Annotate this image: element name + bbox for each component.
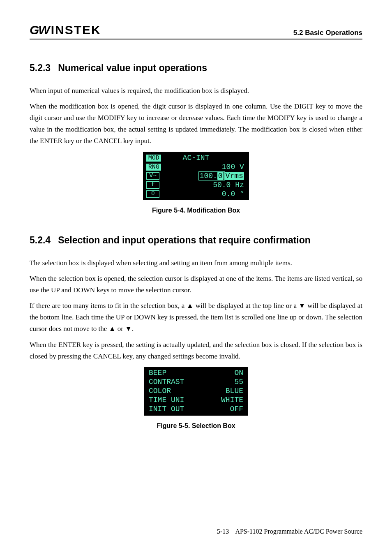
sel-label-beep: BEEP <box>149 369 166 378</box>
lcd-unit-vrms: Vrms <box>225 172 244 180</box>
sel-label-contrast: CONTRAST <box>149 378 184 387</box>
sel-label-initout: INIT OUT <box>149 405 184 414</box>
figure-5-4-caption: Figure 5-4. Modification Box <box>30 207 362 214</box>
figure-5-5: BEEPON CONTRAST55 COLORBLUE TIME UNIWHIT… <box>30 367 362 430</box>
heading-524-num: 5.2.4 <box>30 235 51 246</box>
sel-value-contrast: 55 <box>234 378 243 387</box>
sel-value-initout: OFF <box>230 405 243 414</box>
header-section-label: 5.2 Basic Operations <box>293 29 362 37</box>
para-523-1: When input of numerical values is requir… <box>30 85 362 97</box>
page-header: GW INSTEK 5.2 Basic Operations <box>30 23 362 39</box>
figure-5-5-caption: Figure 5-5. Selection Box <box>30 422 362 430</box>
brand-logo: GW INSTEK <box>30 23 101 37</box>
lcd-val-theta: 0.0 ° <box>163 190 244 199</box>
para-524-3: If there are too many items to fit in th… <box>30 300 362 335</box>
sel-label-timeuni: TIME UNI <box>149 396 184 405</box>
heading-523-title: Numerical value input operations <box>58 62 207 74</box>
triangle-up-icon <box>109 325 116 333</box>
triangle-down-icon <box>299 302 306 310</box>
sel-label-color: COLOR <box>149 387 171 396</box>
para-523-2: When the modification box is opened, the… <box>30 101 362 147</box>
footer-page-number: 5-13 <box>217 528 229 535</box>
heading-523: 5.2.3 Numerical value input operations <box>30 62 362 74</box>
lcd-tag-rng: RNG <box>146 164 161 171</box>
lcd-selection-box: BEEPON CONTRAST55 COLORBLUE TIME UNIWHIT… <box>144 367 248 416</box>
lcd-val-f: 50.0 Hz <box>163 181 244 190</box>
triangle-up-icon <box>187 302 194 310</box>
lcd-tag-v: V~ <box>146 172 159 180</box>
page-footer: 5-13 APS-1102 Programmable AC/DC Power S… <box>217 528 362 535</box>
figure-5-4: MOD AC-INT RNG 100 V V~ 100.0Vrms f 50.0… <box>30 152 362 214</box>
lcd-val-mod: AC-INT <box>164 154 244 162</box>
para-524-1: The selection box is displayed when sele… <box>30 257 362 269</box>
para-524-2: When the selection box is opened, the se… <box>30 273 362 296</box>
lcd-tag-mod: MOD <box>146 155 161 162</box>
heading-524-title: Selection and input operations that requ… <box>58 235 311 246</box>
logo-gw: GW <box>30 23 49 37</box>
heading-524: 5.2.4 Selection and input operations tha… <box>30 235 362 246</box>
digit-cursor: 0 <box>217 172 224 180</box>
sel-value-color: BLUE <box>219 387 243 396</box>
lcd-tag-f: f <box>146 181 159 189</box>
lcd-tag-theta: θ <box>146 190 159 198</box>
footer-doc-title: APS-1102 Programmable AC/DC Power Source <box>235 528 362 535</box>
lcd-modification-box: MOD AC-INT RNG 100 V V~ 100.0Vrms f 50.0… <box>143 152 249 200</box>
logo-instek: INSTEK <box>51 23 101 37</box>
para-524-4: When the ENTER key is pressed, the setti… <box>30 339 362 362</box>
sel-value-timeuni: WHITE <box>219 396 243 405</box>
sel-value-beep: ON <box>234 369 243 378</box>
triangle-down-icon <box>125 325 132 333</box>
heading-523-num: 5.2.3 <box>30 62 51 74</box>
